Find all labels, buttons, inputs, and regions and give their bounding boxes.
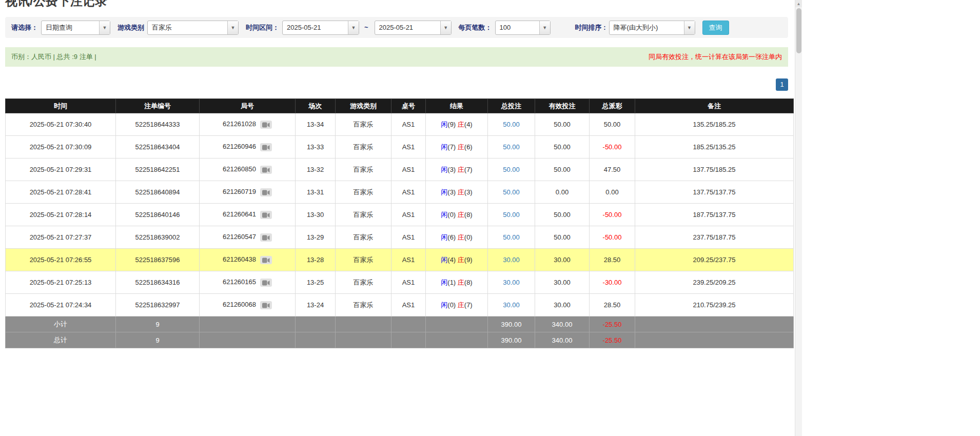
round-cell: 621260850 [200, 158, 296, 181]
bet-id-cell: 522518642251 [116, 158, 200, 181]
summary-empty-cell [391, 332, 426, 348]
player-result-label: 闲 [441, 211, 447, 219]
total-bet-link[interactable]: 50.00 [503, 143, 520, 151]
page-number-button[interactable]: 1 [776, 78, 788, 91]
scrollbar-thumb[interactable] [796, 8, 801, 53]
column-header: 总投注 [488, 99, 535, 113]
bet-records-table: 时间注单编号局号场次游戏类别桌号结果总投注有效投注总派彩备注 2025-05-2… [5, 98, 794, 348]
result-cell: 闲(6) 庄(0) [426, 226, 488, 249]
video-replay-icon[interactable] [260, 188, 272, 196]
chevron-down-icon[interactable]: ▼ [348, 21, 359, 34]
chevron-down-icon[interactable]: ▼ [440, 21, 451, 34]
video-replay-icon[interactable] [260, 143, 272, 151]
round-number: 621261028 [223, 120, 256, 128]
chevron-down-icon[interactable]: ▼ [227, 21, 238, 34]
time-cell: 2025-05-21 07:30:09 [6, 136, 116, 158]
game-category-value: 百家乐 [148, 21, 227, 34]
total-bet-cell: 50.00 [488, 226, 535, 249]
table-row: 2025-05-21 07:28:41522518640894621260719… [6, 181, 794, 204]
chevron-down-icon[interactable]: ▼ [684, 21, 695, 34]
summary-empty-cell [391, 316, 426, 332]
column-header: 注单编号 [116, 99, 200, 113]
video-replay-icon[interactable] [260, 166, 272, 174]
session-cell: 13-28 [296, 249, 336, 271]
per-page-select[interactable]: 100 ▼ [495, 21, 551, 35]
game-category-cell: 百家乐 [336, 113, 391, 136]
total-bet-link[interactable]: 50.00 [503, 166, 520, 173]
column-header: 备注 [635, 99, 794, 113]
player-score: (1) [447, 279, 456, 286]
player-score: (9) [447, 121, 456, 128]
banker-result-label: 庄 [458, 188, 464, 196]
player-score: (0) [447, 301, 456, 309]
chevron-down-icon[interactable]: ▼ [539, 21, 550, 34]
query-type-select[interactable]: 日期查询 ▼ [41, 21, 110, 35]
game-category-cell: 百家乐 [336, 249, 391, 271]
scroll-up-arrow-icon[interactable]: ▲ [795, 0, 802, 7]
note-cell: 185.25/135.25 [635, 136, 794, 158]
result-cell: 闲(3) 庄(3) [426, 181, 488, 204]
column-header: 游戏类别 [336, 99, 391, 113]
game-category-cell: 百家乐 [336, 204, 391, 226]
video-replay-icon[interactable] [260, 121, 272, 129]
table-no-cell: AS1 [391, 113, 426, 136]
vertical-scrollbar[interactable]: ▲ [795, 0, 802, 436]
banker-score: (8) [464, 279, 473, 286]
summary-empty-cell [426, 332, 488, 348]
session-cell: 13-24 [296, 294, 336, 316]
date-to-value: 2025-05-21 [375, 21, 440, 34]
video-replay-icon[interactable] [260, 279, 272, 287]
total-bet-link[interactable]: 50.00 [503, 233, 520, 241]
player-score: (3) [447, 166, 456, 173]
payout-cell: -50.00 [590, 226, 635, 249]
valid-bet-cell: 0.00 [535, 181, 590, 204]
player-score: (7) [447, 143, 456, 151]
table-row: 2025-05-21 07:30:09522518643404621260946… [6, 136, 794, 158]
video-replay-icon[interactable] [260, 233, 272, 242]
time-cell: 2025-05-21 07:26:55 [6, 249, 116, 271]
column-header: 时间 [6, 99, 116, 113]
total-bet-link[interactable]: 50.00 [503, 121, 520, 128]
date-to-select[interactable]: 2025-05-21 ▼ [375, 21, 452, 35]
total-bet-link[interactable]: 50.00 [503, 211, 520, 219]
date-from-select[interactable]: 2025-05-21 ▼ [282, 21, 359, 35]
table-no-cell: AS1 [391, 226, 426, 249]
table-no-cell: AS1 [391, 158, 426, 181]
round-cell: 621260068 [200, 294, 296, 316]
video-replay-icon[interactable] [260, 256, 272, 264]
round-cell: 621260946 [200, 136, 296, 158]
round-cell: 621260641 [200, 204, 296, 226]
payout-cell: -50.00 [590, 136, 635, 158]
note-cell: 137.75/137.75 [635, 181, 794, 204]
valid-bet-cell: 50.00 [535, 113, 590, 136]
game-category-select[interactable]: 百家乐 ▼ [147, 21, 239, 35]
game-category-cell: 百家乐 [336, 271, 391, 294]
search-button[interactable]: 查询 [702, 21, 729, 35]
time-cell: 2025-05-21 07:28:41 [6, 181, 116, 204]
payout-cell: -30.00 [590, 271, 635, 294]
video-replay-icon[interactable] [260, 301, 272, 309]
banker-result-label: 庄 [458, 256, 464, 264]
total-bet-link[interactable]: 30.00 [503, 301, 520, 309]
column-header: 有效投注 [535, 99, 590, 113]
time-sort-select[interactable]: 降幂(由大到小) ▼ [609, 21, 695, 35]
player-result-label: 闲 [441, 279, 447, 286]
table-row: 2025-05-21 07:26:55522518637596621260438… [6, 249, 794, 271]
banker-score: (4) [464, 121, 473, 128]
player-result-label: 闲 [441, 121, 447, 128]
valid-bet-cell: 50.00 [535, 136, 590, 158]
banker-score: (6) [464, 143, 473, 151]
time-cell: 2025-05-21 07:27:37 [6, 226, 116, 249]
bet-id-cell: 522518640146 [116, 204, 200, 226]
round-cell: 621260165 [200, 271, 296, 294]
total-bet-link[interactable]: 30.00 [503, 279, 520, 286]
banker-result-label: 庄 [458, 233, 464, 241]
table-no-cell: AS1 [391, 136, 426, 158]
summary-count: 9 [116, 316, 200, 332]
chevron-down-icon[interactable]: ▼ [99, 21, 110, 34]
video-replay-icon[interactable] [260, 211, 272, 219]
note-cell: 209.25/237.75 [635, 249, 794, 271]
total-bet-link[interactable]: 50.00 [503, 188, 520, 196]
payout-cell: 0.00 [590, 181, 635, 204]
total-bet-link[interactable]: 30.00 [503, 256, 520, 264]
